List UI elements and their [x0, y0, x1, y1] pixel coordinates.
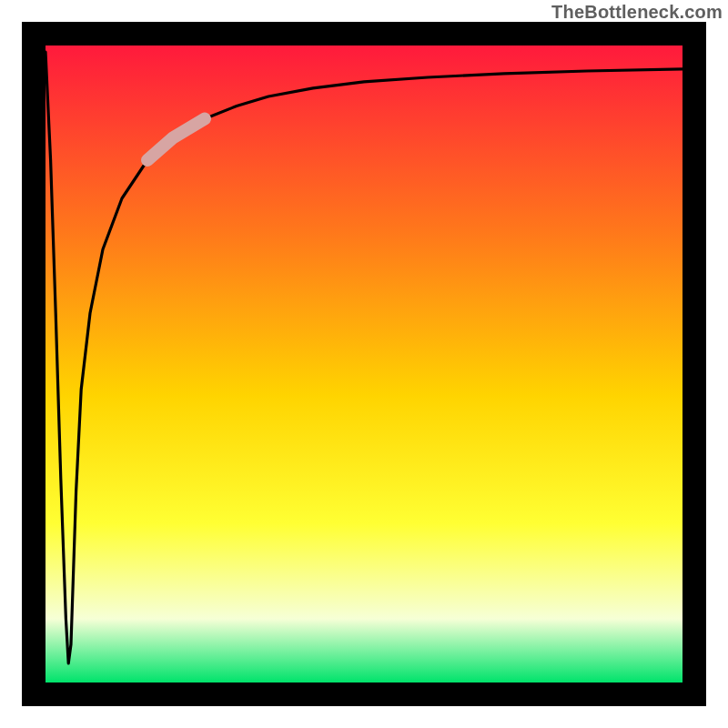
svg-rect-2 [22, 22, 46, 706]
svg-rect-0 [22, 22, 706, 46]
svg-rect-3 [682, 22, 706, 706]
bottleneck-chart [0, 0, 728, 728]
svg-rect-1 [22, 682, 706, 706]
chart-stage: TheBottleneck.com [0, 0, 728, 728]
watermark-text: TheBottleneck.com [551, 2, 723, 23]
plot-background [46, 46, 682, 682]
